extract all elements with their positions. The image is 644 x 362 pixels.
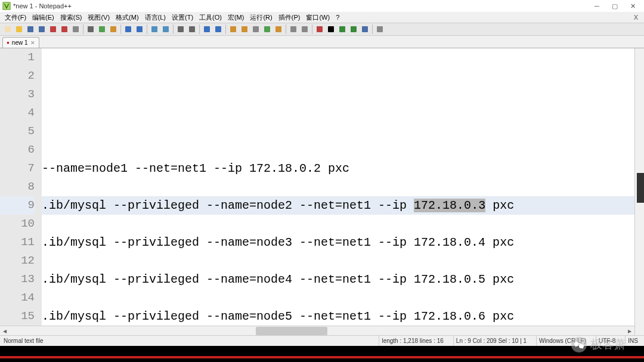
- open-file-icon[interactable]: [14, 24, 24, 35]
- svg-rect-25: [302, 26, 308, 32]
- code-line[interactable]: [42, 215, 634, 233]
- svg-rect-11: [125, 26, 131, 32]
- scroll-thumb[interactable]: [256, 327, 327, 335]
- line-number: 9: [0, 196, 35, 215]
- menu-p[interactable]: 插件(P): [276, 13, 303, 22]
- sync-v-icon[interactable]: [202, 24, 212, 35]
- menu-s[interactable]: 搜索(S): [58, 13, 85, 22]
- paste-icon[interactable]: [108, 24, 119, 35]
- code-line[interactable]: .ib/mysql --privileged --name=node3 --ne…: [42, 233, 634, 252]
- scroll-left-icon[interactable]: ◀: [0, 326, 10, 335]
- save-all-icon[interactable]: [36, 24, 47, 35]
- tab-close-icon[interactable]: ✕: [30, 40, 35, 46]
- menu-w[interactable]: 窗口(W): [304, 13, 332, 22]
- code-line[interactable]: [42, 141, 634, 159]
- menu-v[interactable]: 视图(V): [85, 13, 112, 22]
- code-line[interactable]: .ib/mysql --privileged --name=node5 --ne…: [42, 307, 634, 326]
- svg-rect-3: [27, 26, 33, 32]
- find-icon[interactable]: [149, 24, 160, 35]
- show-all-icon[interactable]: [239, 24, 250, 35]
- horizontal-scrollbar[interactable]: ◀ ▶: [0, 326, 634, 335]
- close-button[interactable]: ✕: [624, 0, 642, 12]
- folder-icon[interactable]: [273, 24, 284, 35]
- save-macro-icon[interactable]: [360, 24, 370, 35]
- line-number: 13: [0, 270, 35, 289]
- code-area[interactable]: --name=node1 --net=net1 --ip 172.18.0.2 …: [42, 48, 634, 335]
- doc-map-icon[interactable]: [288, 24, 299, 35]
- svg-rect-10: [110, 26, 116, 32]
- new-file-icon[interactable]: [2, 24, 13, 35]
- line-number-gutter: 12345678910111213141516: [0, 48, 42, 335]
- code-line[interactable]: [42, 289, 634, 307]
- watermark-text: 极客萧: [590, 336, 626, 352]
- svg-rect-20: [242, 26, 247, 32]
- toolbar-separator: [173, 24, 174, 34]
- line-number: 5: [0, 122, 35, 141]
- doc-list-icon[interactable]: [299, 24, 310, 35]
- svg-rect-9: [99, 26, 105, 32]
- code-line[interactable]: [42, 48, 634, 67]
- line-number: 1: [0, 48, 35, 67]
- menu-[interactable]: ?: [333, 14, 342, 21]
- svg-rect-2: [16, 26, 22, 32]
- play-multi-icon[interactable]: [348, 24, 359, 35]
- close-all-icon[interactable]: [59, 24, 70, 35]
- code-line[interactable]: .ib/mysql --privileged --name=node2 --ne…: [42, 196, 634, 215]
- menu-e[interactable]: 编辑(E): [30, 13, 57, 22]
- copy-icon[interactable]: [97, 24, 107, 35]
- side-panel-toggle[interactable]: [637, 173, 644, 203]
- zoom-in-icon[interactable]: [175, 24, 186, 35]
- code-line[interactable]: [42, 178, 634, 196]
- replace-icon[interactable]: [160, 24, 171, 35]
- editor: 12345678910111213141516 --name=node1 --n…: [0, 48, 644, 335]
- menu-l[interactable]: 语言(L): [143, 13, 168, 22]
- menu-o[interactable]: 工具(O): [197, 13, 224, 22]
- menu-m[interactable]: 格式(M): [113, 13, 141, 22]
- line-number: 6: [0, 141, 35, 159]
- indent-guide-icon[interactable]: [250, 24, 261, 35]
- menu-r[interactable]: 运行(R): [247, 13, 274, 22]
- play-icon[interactable]: [337, 24, 348, 35]
- print-icon[interactable]: [70, 24, 81, 35]
- modified-indicator-icon: ●: [7, 40, 10, 45]
- code-line[interactable]: [42, 104, 634, 122]
- record-icon[interactable]: [314, 24, 325, 35]
- cut-icon[interactable]: [85, 24, 96, 35]
- undo-icon[interactable]: [123, 24, 134, 35]
- line-number: 14: [0, 289, 35, 307]
- svg-rect-19: [230, 26, 236, 32]
- code-line[interactable]: [42, 252, 634, 270]
- stop-icon[interactable]: [326, 24, 336, 35]
- tab-new-1[interactable]: ● new 1 ✕: [2, 37, 39, 48]
- menu-f[interactable]: 文件(F): [2, 13, 29, 22]
- notepad-plus-plus-window: *new 1 - Notepad++ ─ ▢ ✕ 文件(F)编辑(E)搜索(S)…: [0, 0, 644, 346]
- save-icon[interactable]: [25, 24, 36, 35]
- zoom-out-icon[interactable]: [187, 24, 197, 35]
- menu-m[interactable]: 宏(M): [225, 13, 247, 22]
- menubar: 文件(F)编辑(E)搜索(S)视图(V)格式(M)语言(L)设置(T)工具(O)…: [0, 12, 644, 23]
- monitor-icon[interactable]: [374, 24, 385, 35]
- code-line[interactable]: [42, 67, 634, 85]
- menu-t[interactable]: 设置(T): [169, 13, 196, 22]
- toolbar-separator: [312, 24, 312, 34]
- svg-rect-14: [163, 26, 169, 32]
- menubar-close-icon[interactable]: X: [630, 14, 642, 21]
- scroll-track[interactable]: [10, 326, 625, 335]
- line-number: 7: [0, 159, 35, 178]
- code-line[interactable]: [42, 122, 634, 141]
- lang-icon[interactable]: [262, 24, 273, 35]
- scroll-right-icon[interactable]: ▶: [625, 326, 634, 335]
- svg-rect-18: [215, 26, 221, 32]
- code-line[interactable]: .ib/mysql --privileged --name=node4 --ne…: [42, 270, 634, 289]
- close-icon[interactable]: [48, 24, 58, 35]
- status-mode: INS: [625, 336, 640, 346]
- sync-h-icon[interactable]: [213, 24, 224, 35]
- wrap-icon[interactable]: [228, 24, 239, 35]
- maximize-button[interactable]: ▢: [606, 0, 624, 12]
- code-line[interactable]: --name=node1 --net=net1 --ip 172.18.0.2 …: [42, 159, 634, 178]
- minimize-button[interactable]: ─: [588, 0, 606, 12]
- redo-icon[interactable]: [134, 24, 145, 35]
- toolbar-separator: [199, 24, 200, 34]
- svg-rect-12: [137, 26, 143, 32]
- code-line[interactable]: [42, 85, 634, 104]
